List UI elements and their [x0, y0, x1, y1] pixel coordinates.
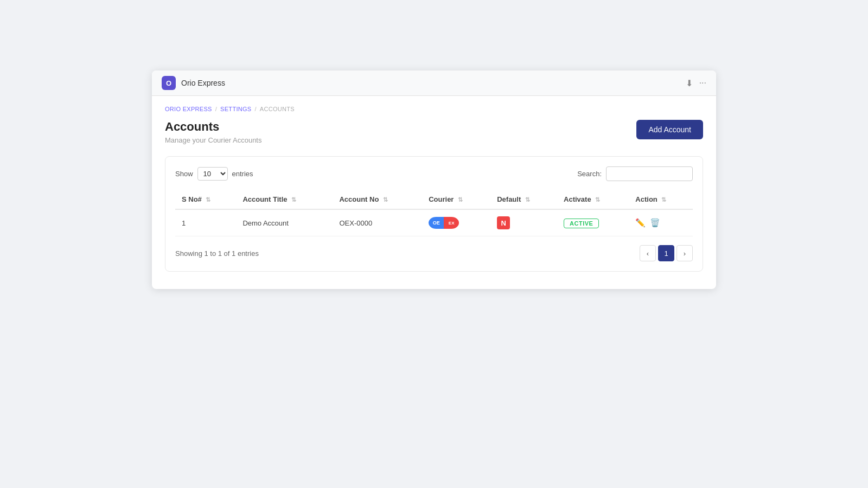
- table-card: Show 10 25 50 100 entries Search:: [165, 156, 703, 272]
- edit-button[interactable]: ✏️: [635, 218, 646, 228]
- pagination-next[interactable]: ›: [676, 245, 693, 261]
- courier-logo: OE EX: [429, 217, 484, 229]
- breadcrumb-sep-2: /: [255, 106, 257, 112]
- title-bar-right: ⬇ ···: [686, 78, 706, 88]
- table-head: S No# ⇅ Account Title ⇅ Account No ⇅ C: [175, 190, 693, 209]
- col-courier: Courier ⇅: [422, 190, 490, 209]
- table-row: 1 Demo Account OEX-0000 OE EX: [175, 209, 693, 236]
- pagination-prev[interactable]: ‹: [640, 245, 656, 261]
- cell-activate: ACTIVE: [557, 209, 629, 236]
- app-title: Orio Express: [181, 79, 225, 87]
- search-label: Search:: [577, 170, 602, 178]
- breadcrumb-orio-express[interactable]: ORIO EXPRESS: [165, 106, 212, 112]
- delete-button[interactable]: 🗑️: [650, 218, 660, 228]
- col-sno: S No# ⇅: [175, 190, 236, 209]
- breadcrumb-sep-1: /: [215, 106, 217, 112]
- table-controls: Show 10 25 50 100 entries Search:: [175, 166, 693, 181]
- col-action: Action ⇅: [629, 190, 693, 209]
- breadcrumb-settings[interactable]: SETTINGS: [220, 106, 251, 112]
- col-activate: Activate ⇅: [557, 190, 629, 209]
- cell-sno: 1: [175, 209, 236, 236]
- showing-entries-text: Showing 1 to 1 of 1 entries: [175, 249, 259, 258]
- content-area: ORIO EXPRESS / SETTINGS / ACCOUNTS Accou…: [152, 96, 716, 289]
- app-logo: O: [162, 76, 176, 90]
- sort-icon-title[interactable]: ⇅: [291, 196, 296, 203]
- table-body: 1 Demo Account OEX-0000 OE EX: [175, 209, 693, 236]
- cell-action: ✏️ 🗑️: [629, 209, 693, 236]
- col-account-no: Account No ⇅: [333, 190, 422, 209]
- show-label: Show: [175, 170, 193, 178]
- sort-icon-action[interactable]: ⇅: [661, 196, 666, 203]
- page-subtitle: Manage your Courier Accounts: [165, 136, 261, 144]
- sort-icon-courier[interactable]: ⇅: [458, 196, 463, 203]
- pagination: ‹ 1 ›: [640, 245, 693, 261]
- courier-logo-right: EX: [444, 217, 459, 229]
- table-footer: Showing 1 to 1 of 1 entries ‹ 1 ›: [175, 245, 693, 261]
- pagination-page-1[interactable]: 1: [658, 245, 674, 261]
- add-account-button[interactable]: Add Account: [636, 120, 703, 139]
- courier-logo-left: OE: [429, 217, 444, 229]
- breadcrumb: ORIO EXPRESS / SETTINGS / ACCOUNTS: [165, 106, 703, 112]
- col-account-title: Account Title ⇅: [236, 190, 333, 209]
- more-options-icon[interactable]: ···: [699, 78, 706, 88]
- app-window: O Orio Express ⬇ ··· ORIO EXPRESS / SETT…: [152, 70, 716, 289]
- page-title: Accounts: [165, 120, 261, 134]
- download-icon[interactable]: ⬇: [686, 78, 693, 88]
- action-buttons: ✏️ 🗑️: [635, 218, 686, 228]
- breadcrumb-accounts: ACCOUNTS: [260, 106, 295, 112]
- table-header-row: S No# ⇅ Account Title ⇅ Account No ⇅ C: [175, 190, 693, 209]
- col-default: Default ⇅: [490, 190, 557, 209]
- title-bar-left: O Orio Express: [162, 76, 225, 90]
- sort-icon-accountno[interactable]: ⇅: [383, 196, 388, 203]
- entries-select[interactable]: 10 25 50 100: [197, 167, 228, 181]
- show-entries: Show 10 25 50 100 entries: [175, 167, 253, 181]
- accounts-table: S No# ⇅ Account Title ⇅ Account No ⇅ C: [175, 190, 693, 236]
- sort-icon-sno[interactable]: ⇅: [206, 196, 210, 203]
- sort-icon-default[interactable]: ⇅: [525, 196, 530, 203]
- search-input[interactable]: [606, 166, 693, 181]
- title-bar: O Orio Express ⬇ ···: [152, 70, 716, 96]
- sort-icon-activate[interactable]: ⇅: [595, 196, 600, 203]
- page-header: Accounts Manage your Courier Accounts Ad…: [165, 120, 703, 144]
- cell-account-no: OEX-0000: [333, 209, 422, 236]
- entries-label: entries: [232, 170, 253, 178]
- search-box: Search:: [577, 166, 693, 181]
- cell-account-title: Demo Account: [236, 209, 333, 236]
- cell-default: N: [490, 209, 557, 236]
- default-badge: N: [497, 216, 510, 229]
- page-header-left: Accounts Manage your Courier Accounts: [165, 120, 261, 144]
- activate-badge: ACTIVE: [564, 219, 599, 228]
- cell-courier: OE EX: [422, 209, 490, 236]
